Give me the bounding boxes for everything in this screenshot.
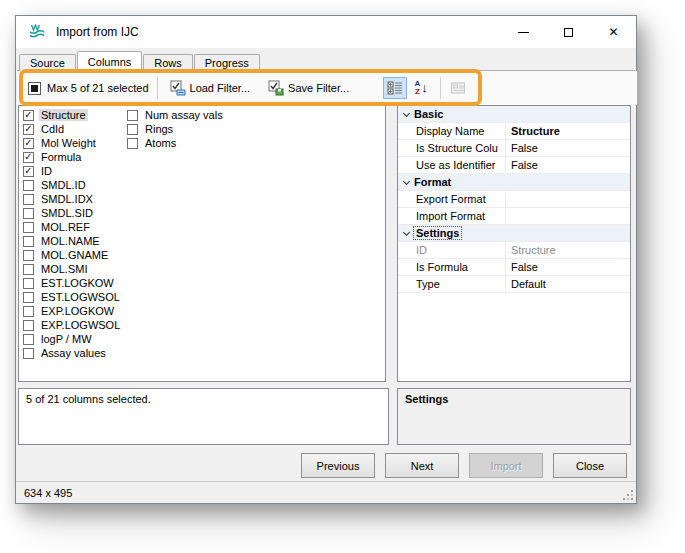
column-checkbox-item[interactable]: MOL.SMI xyxy=(23,262,122,276)
chevron-down-icon[interactable] xyxy=(398,113,414,116)
column-checkbox-item[interactable]: ✓ID xyxy=(23,164,122,178)
checkbox-unchecked-icon[interactable] xyxy=(23,236,34,247)
property-view-buttons: AZ↓ xyxy=(383,77,472,99)
column-checkbox-item[interactable]: ✓Mol Weight xyxy=(23,136,122,150)
column-label: SMDL.IDX xyxy=(39,193,95,205)
tab-source[interactable]: Source xyxy=(19,54,76,71)
property-row[interactable]: Display NameStructure xyxy=(398,123,630,140)
checkbox-unchecked-icon[interactable] xyxy=(23,334,34,345)
checkbox-checked-icon[interactable]: ✓ xyxy=(23,152,34,163)
tab-progress[interactable]: Progress xyxy=(194,54,260,71)
checkbox-unchecked-icon[interactable] xyxy=(23,180,34,191)
column-list-panel[interactable]: ✓Structure✓CdId✓Mol Weight✓Formula✓IDSMD… xyxy=(18,105,386,382)
save-filter-button[interactable]: Save Filter... xyxy=(264,78,353,98)
column-checkbox-item[interactable]: MOL.REF xyxy=(23,220,122,234)
column-label: ID xyxy=(39,165,54,177)
checkbox-unchecked-icon[interactable] xyxy=(23,250,34,261)
property-value[interactable]: Default xyxy=(506,278,546,290)
column-checkbox-item[interactable]: SMDL.SID xyxy=(23,206,122,220)
settings-description-box: Settings xyxy=(397,388,631,445)
minimize-button[interactable] xyxy=(501,16,546,48)
column-checkbox-item[interactable]: EST.LOGWSOL xyxy=(23,290,122,304)
checkbox-unchecked-icon[interactable] xyxy=(23,194,34,205)
column-checkbox-item[interactable]: MOL.NAME xyxy=(23,234,122,248)
alphabetical-sort-button[interactable]: AZ↓ xyxy=(409,77,433,99)
checkbox-checked-icon[interactable]: ✓ xyxy=(23,166,34,177)
property-value[interactable]: False xyxy=(506,159,538,171)
property-row[interactable]: TypeDefault xyxy=(398,276,630,293)
property-value[interactable]: False xyxy=(506,142,538,154)
property-grid[interactable]: BasicDisplay NameStructureIs Structure C… xyxy=(397,105,631,382)
column-checkbox-item[interactable]: ✓CdId xyxy=(23,122,122,136)
import-button[interactable]: Import xyxy=(469,453,543,478)
close-button[interactable]: ✕ xyxy=(591,16,636,48)
tab-columns[interactable]: Columns xyxy=(77,51,142,71)
close-dialog-button[interactable]: Close xyxy=(553,453,627,478)
import-dialog-window: Import from IJC ✕ Source Columns Rows Pr… xyxy=(15,15,637,504)
column-checkbox-item[interactable]: ✓Formula xyxy=(23,150,122,164)
checkbox-unchecked-icon[interactable] xyxy=(23,222,34,233)
categorized-view-icon xyxy=(387,80,403,96)
checkbox-unchecked-icon[interactable] xyxy=(127,138,138,149)
checkbox-unchecked-icon[interactable] xyxy=(23,306,34,317)
property-row[interactable]: Use as IdentifierFalse xyxy=(398,157,630,174)
resize-grip-icon[interactable] xyxy=(631,498,633,500)
property-row[interactable]: Is FormulaFalse xyxy=(398,259,630,276)
app-icon xyxy=(28,24,46,40)
checkbox-unchecked-icon[interactable] xyxy=(23,292,34,303)
property-row[interactable]: Import Format xyxy=(398,208,630,225)
column-label: Structure xyxy=(39,109,88,121)
property-category-row[interactable]: Settings xyxy=(398,225,630,242)
property-name: Export Format xyxy=(414,191,506,207)
property-sheet-button[interactable] xyxy=(446,77,470,99)
checkbox-unchecked-icon[interactable] xyxy=(127,110,138,121)
column-checkbox-item[interactable]: Rings xyxy=(127,122,225,136)
categorized-view-button[interactable] xyxy=(383,77,407,99)
chevron-down-icon[interactable] xyxy=(398,181,414,184)
category-label: Basic xyxy=(414,108,443,120)
checkbox-checked-icon[interactable]: ✓ xyxy=(23,138,34,149)
property-row[interactable]: IDStructure xyxy=(398,242,630,259)
max-selected-checkbox[interactable] xyxy=(28,82,41,95)
column-checkbox-item[interactable]: EXP.LOGKOW xyxy=(23,304,122,318)
chevron-down-icon[interactable] xyxy=(398,232,414,235)
property-value[interactable]: False xyxy=(506,261,538,273)
property-row[interactable]: Export Format xyxy=(398,191,630,208)
column-checkbox-item[interactable]: Num assay vals xyxy=(127,108,225,122)
checkbox-unchecked-icon[interactable] xyxy=(23,320,34,331)
checkbox-unchecked-icon[interactable] xyxy=(23,208,34,219)
checkbox-checked-icon[interactable]: ✓ xyxy=(23,124,34,135)
category-label: Settings xyxy=(414,227,461,239)
property-category-row[interactable]: Basic xyxy=(398,106,630,123)
column-checkbox-item[interactable]: ✓Structure xyxy=(23,108,122,122)
column-checkbox-item[interactable]: MOL.GNAME xyxy=(23,248,122,262)
property-name: Is Structure Colu xyxy=(414,140,506,156)
property-row[interactable]: Is Structure ColuFalse xyxy=(398,140,630,157)
checkbox-unchecked-icon[interactable] xyxy=(23,278,34,289)
next-button[interactable]: Next xyxy=(385,453,459,478)
load-filter-button[interactable]: Load Filter... xyxy=(166,78,255,98)
column-list-right: Num assay valsRingsAtoms xyxy=(127,108,225,150)
property-value[interactable]: Structure xyxy=(506,125,560,137)
column-checkbox-item[interactable]: SMDL.ID xyxy=(23,178,122,192)
selection-summary-text: 5 of 21 columns selected. xyxy=(26,393,151,405)
column-label: Formula xyxy=(39,151,83,163)
dialog-size-label: 634 x 495 xyxy=(24,487,72,499)
property-value[interactable]: Structure xyxy=(506,244,556,256)
previous-button[interactable]: Previous xyxy=(301,453,375,478)
column-checkbox-item[interactable]: Assay values xyxy=(23,346,122,360)
column-checkbox-item[interactable]: SMDL.IDX xyxy=(23,192,122,206)
column-checkbox-item[interactable]: logP / MW xyxy=(23,332,122,346)
property-category-row[interactable]: Format xyxy=(398,174,630,191)
maximize-button[interactable] xyxy=(546,16,591,48)
tab-rows[interactable]: Rows xyxy=(143,54,193,71)
checkbox-unchecked-icon[interactable] xyxy=(23,348,34,359)
checkbox-unchecked-icon[interactable] xyxy=(23,264,34,275)
column-checkbox-item[interactable]: Atoms xyxy=(127,136,225,150)
column-checkbox-item[interactable]: EXP.LOGWSOL xyxy=(23,318,122,332)
checkbox-unchecked-icon[interactable] xyxy=(127,124,138,135)
column-checkbox-item[interactable]: EST.LOGKOW xyxy=(23,276,122,290)
property-name: Type xyxy=(414,276,506,292)
checkbox-checked-icon[interactable]: ✓ xyxy=(23,110,34,121)
column-label: Assay values xyxy=(39,347,108,359)
